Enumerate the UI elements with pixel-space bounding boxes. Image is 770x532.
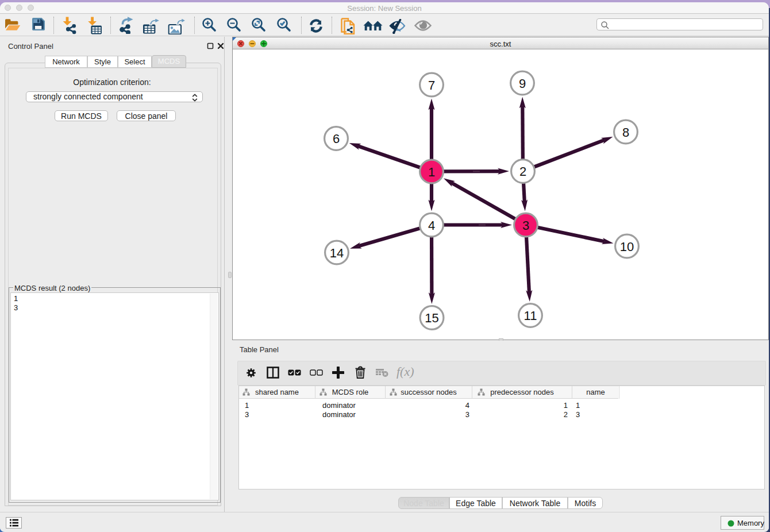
svg-text:4: 4: [428, 218, 435, 233]
svg-text:2: 2: [519, 164, 526, 179]
svg-text:3: 3: [522, 218, 529, 233]
svg-text:9: 9: [519, 76, 526, 91]
svg-text:10: 10: [620, 240, 634, 254]
svg-text:7: 7: [428, 78, 435, 92]
svg-text:15: 15: [425, 311, 438, 325]
svg-text:11: 11: [524, 309, 537, 323]
svg-text:1: 1: [428, 165, 435, 179]
svg-text:8: 8: [622, 125, 629, 140]
svg-text:14: 14: [330, 246, 344, 260]
svg-text:6: 6: [333, 132, 340, 146]
